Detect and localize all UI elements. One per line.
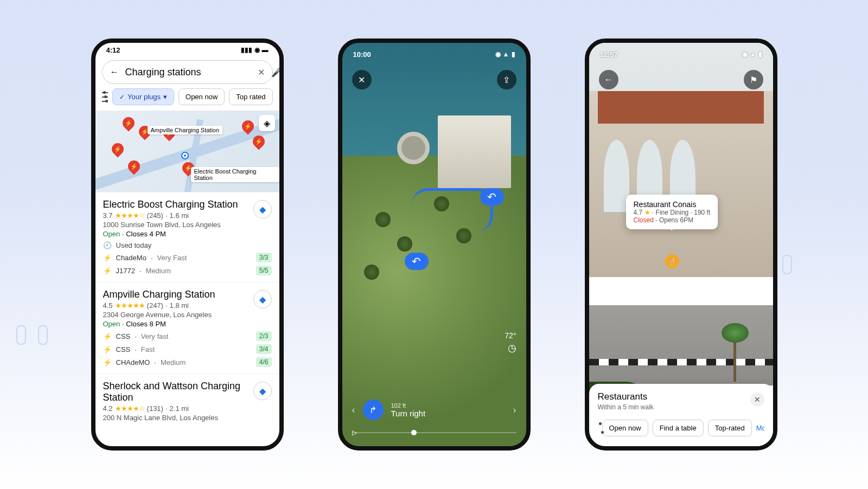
share-icon: ⇪	[503, 75, 510, 85]
review-count: (245)	[147, 211, 163, 220]
bottom-sheet[interactable]: Restaurants Within a 5 min walk ✕ Open n…	[589, 384, 773, 446]
availability-badge: 2/3	[256, 331, 272, 341]
phone-immersive-nav: ↶ ↶ 10:00 ◉ ▲ ▮ ✕ ⇪ 72° ◷ ‹ ↱ 102 ft Tur…	[338, 38, 531, 451]
bolt-icon: ⚡	[103, 254, 112, 262]
search-bar[interactable]: ← ✕ 🎤	[102, 60, 273, 84]
tooltip-opens: Opens 6PM	[659, 216, 693, 224]
back-arrow-icon[interactable]: ←	[110, 67, 119, 77]
search-input[interactable]	[125, 67, 251, 78]
directions-button[interactable]: ◆	[253, 290, 272, 308]
plug-type: CHAdeMO	[116, 358, 150, 366]
stars-icon: ★★★★☆	[115, 404, 145, 413]
open-status: Open	[103, 230, 120, 238]
nav-distance: 102 ft	[391, 402, 426, 409]
rating-value: 4.2	[103, 404, 113, 413]
close-button[interactable]: ✕	[352, 70, 372, 89]
restaurant-tooltip[interactable]: Restaurant Conais 4.7 ★ · Fine Dining · …	[626, 195, 718, 229]
tooltip-name: Restaurant Conais	[634, 200, 711, 209]
directions-button[interactable]: ◆	[253, 382, 272, 400]
status-bar: 4:12 ▮▮▮ ◉ ▬	[95, 43, 279, 57]
layers-button[interactable]: ◈	[259, 115, 275, 131]
chip-your-plugs[interactable]: Your plugs ▾	[112, 88, 174, 105]
address: 1000 Sunrise Town Blvd, Los Angeles	[103, 221, 272, 229]
availability-badge: 3/3	[256, 253, 272, 262]
signal-icon: ▮▮▮	[241, 46, 252, 54]
chip-top-rated[interactable]: Top rated	[229, 88, 272, 105]
plug-speed: Very fast	[141, 332, 169, 340]
time-toggle-icon[interactable]: ◷	[505, 342, 516, 354]
close-icon: ✕	[754, 395, 761, 404]
more-link[interactable]: More	[756, 424, 764, 432]
open-status: Open	[103, 320, 120, 328]
chip-open-now[interactable]: Open now	[602, 420, 648, 436]
route-arrow-icon: ↶	[405, 253, 429, 270]
phone-live-view: 12:57 ◉ ▲ ▮ ← ⚑ Restaurant Conais 4.7 ★ …	[585, 38, 777, 451]
plug-type: J1772	[116, 267, 135, 275]
results-list: ◆ Electric Boost Charging Station 3.7 ★★…	[95, 192, 279, 428]
battery-icon: ▮	[512, 50, 515, 58]
result-item[interactable]: ◆ Sherlock and Wattson Charging Station …	[95, 374, 279, 428]
wifi-icon: ◉	[254, 46, 260, 54]
signal-icon: ▲	[750, 50, 756, 58]
status-icons: ◉ ▲ ▮	[742, 50, 762, 58]
directions-icon: ◆	[259, 204, 266, 215]
sheet-close-button[interactable]: ✕	[750, 393, 764, 407]
mic-icon[interactable]: 🎤	[271, 67, 282, 78]
sheet-subtitle: Within a 5 min walk	[598, 403, 764, 411]
distance: 1.8 mi	[170, 301, 189, 310]
directions-button[interactable]: ◆	[253, 200, 272, 218]
battery-icon: ▮	[758, 50, 762, 58]
timeline-scrubber[interactable]	[352, 432, 516, 433]
chip-open-now[interactable]: Open now	[178, 88, 225, 105]
play-button[interactable]: ▷	[352, 429, 357, 436]
plug-speed: Medium	[161, 358, 186, 366]
back-button[interactable]: ←	[599, 70, 618, 89]
bolt-icon: ⚡	[103, 267, 112, 275]
result-name: Ampville Charging Station	[103, 289, 272, 300]
map-label-2[interactable]: Electric Boost Charging Station	[191, 167, 279, 182]
dropdown-icon: ▾	[163, 93, 167, 101]
feedback-button[interactable]: ⚑	[744, 70, 763, 89]
availability-badge: 3/4	[256, 344, 272, 354]
aerial-view[interactable]: ↶ ↶	[342, 43, 526, 446]
turn-icon: ↱	[363, 400, 384, 420]
distance: 1.6 mi	[170, 211, 189, 220]
chip-find-table[interactable]: Find a table	[653, 420, 704, 436]
result-item[interactable]: ◆ Electric Boost Charging Station 3.7 ★★…	[95, 192, 279, 282]
share-button[interactable]: ⇪	[497, 70, 516, 89]
plug-row: ⚡ChadeMo·Very Fast 3/3	[103, 253, 272, 262]
map-view[interactable]: Ampville Charging Station Electric Boost…	[95, 111, 279, 192]
tune-icon[interactable]	[102, 92, 108, 102]
bolt-icon: ⚡	[103, 345, 112, 353]
review-count: (247)	[147, 301, 163, 310]
tooltip-category: Fine Dining	[656, 209, 689, 216]
chevron-left-icon[interactable]: ‹	[352, 404, 355, 416]
closes-at: Closes 8 PM	[126, 320, 166, 328]
nav-instruction-bar: ‹ ↱ 102 ft Turn right ›	[342, 400, 526, 420]
plug-speed: Medium	[146, 267, 171, 275]
map-label-1[interactable]: Ampville Charging Station	[148, 126, 223, 134]
restaurant-pin-icon[interactable]: 🍴	[665, 254, 679, 268]
tooltip-status: Closed	[634, 216, 654, 224]
play-icon: ▷	[352, 429, 357, 436]
status-bar: 12:57 ◉ ▲ ▮	[589, 47, 773, 61]
signal-icon: ▲	[503, 50, 509, 58]
clock-icon: 🕘	[103, 241, 112, 249]
bolt-icon: ⚡	[103, 332, 112, 340]
status-time: 4:12	[106, 46, 120, 54]
stars-icon: ★★★★☆	[115, 211, 145, 220]
result-name: Sherlock and Wattson Charging Station	[103, 381, 272, 403]
plug-row: ⚡CSS·Very fast 2/3	[103, 331, 272, 341]
clear-icon[interactable]: ✕	[258, 67, 265, 78]
plug-speed: Very Fast	[157, 254, 187, 262]
layers-icon: ◈	[264, 118, 270, 128]
chevron-right-icon[interactable]: ›	[513, 404, 516, 416]
plug-row: ⚡CHAdeMO·Medium 4/6	[103, 357, 272, 367]
chip-top-rated[interactable]: Top-rated	[708, 420, 752, 436]
stars-icon: ★★★★★	[115, 301, 145, 310]
rating-value: 3.7	[103, 211, 113, 220]
used-today: Used today	[116, 241, 152, 249]
weather-widget: 72° ◷	[505, 331, 516, 354]
sheet-title: Restaurants	[598, 391, 764, 402]
result-item[interactable]: ◆ Ampville Charging Station 4.5 ★★★★★ (2…	[95, 282, 279, 374]
